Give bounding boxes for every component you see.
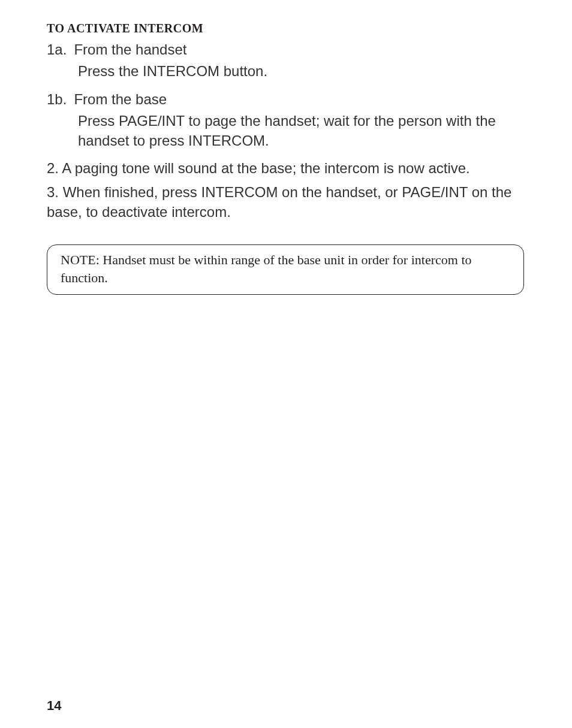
heading-to-activate-intercom: TO ACTIVATE INTERCOM xyxy=(47,22,525,35)
step-1a-text: From the handset xyxy=(74,40,186,59)
step-1b-text: From the base xyxy=(74,90,167,109)
step-1a: 1a. From the handset xyxy=(47,40,525,59)
step-1b: 1b. From the base xyxy=(47,90,525,109)
note-text: NOTE: Handset must be within range of th… xyxy=(61,252,472,285)
step-1a-marker: 1a. xyxy=(47,40,67,59)
step-1a-sub: Press the INTERCOM button. xyxy=(78,62,516,81)
step-1b-sub: Press PAGE/INT to page the handset; wait… xyxy=(78,111,516,150)
step-2: 2. A paging tone will sound at the base;… xyxy=(47,159,520,178)
page: TO ACTIVATE INTERCOM 1a. From the handse… xyxy=(0,0,572,728)
page-number: 14 xyxy=(47,698,61,714)
step-1b-marker: 1b. xyxy=(47,90,67,109)
note-box: NOTE: Handset must be within range of th… xyxy=(47,244,524,294)
step-3: 3. When finished, press INTERCOM on the … xyxy=(47,183,520,222)
